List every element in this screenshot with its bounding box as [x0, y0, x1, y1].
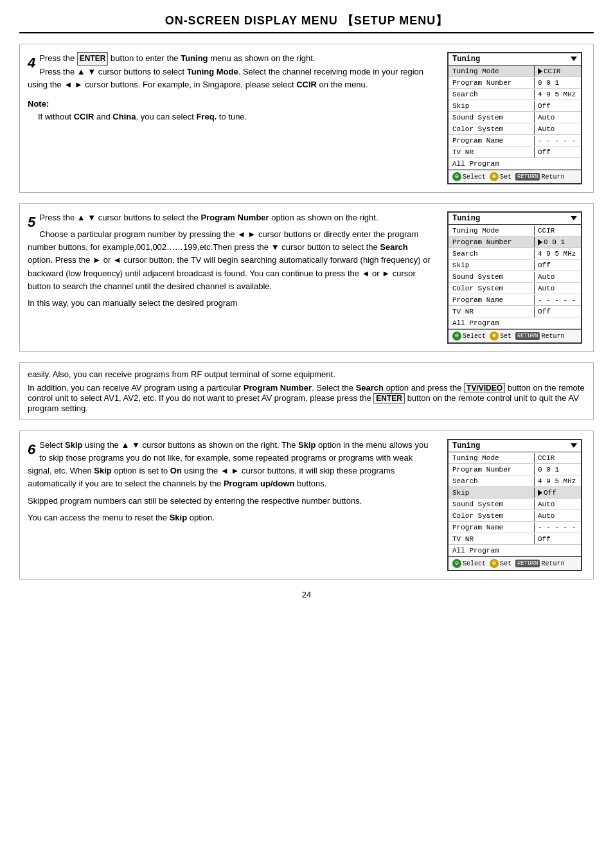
note-block-4: Note: If without CCIR and China, you can… [28, 98, 431, 123]
menu-row-color-2: Color System Auto [449, 283, 581, 294]
section-4-text: 4 Press the ENTER button to enter the Tu… [28, 52, 431, 184]
menu-row-search-3: Search 4 9 5 MHz [449, 475, 581, 487]
menu-row-allprog-1: All Program [449, 158, 581, 170]
section-5-text: 5 Press the ▲ ▼ cursor buttons to select… [28, 211, 431, 344]
menu-row-search-2: Search 4 9 5 MHz [449, 248, 581, 260]
tvvideo-key: TV/VIDEO [464, 383, 505, 393]
page-number: 24 [19, 590, 594, 599]
section-num-4: 4 [28, 52, 35, 74]
menu-row-color-3: Color System Auto [449, 510, 581, 522]
menu-row-sound-3: Sound System Auto [449, 499, 581, 510]
menu-row-tvnr-1: TV NR Off [449, 146, 581, 158]
menu-row-allprog-2: All Program [449, 317, 581, 329]
menu-row-progname-1: Program Name - - - - - [449, 135, 581, 146]
menu-box-3: Tuning Tuning Mode CCIR Program Number 0… [447, 439, 582, 571]
section-6-text: 6 Select Skip using the ▲ ▼ cursor butto… [28, 439, 431, 571]
menu-row-sound-1: Sound System Auto [449, 112, 581, 123]
menu-row-tuning-mode-1: Tuning Mode CCIR [449, 66, 581, 77]
menu-row-program-num-3: Program Number 0 0 1 [449, 464, 581, 475]
section-6-menu: Tuning Tuning Mode CCIR Program Number 0… [444, 439, 585, 571]
enter-key-2: ENTER [373, 393, 405, 403]
menu-title-2: Tuning [449, 213, 581, 225]
menu-row-tuning-mode-3: Tuning Mode CCIR [449, 452, 581, 464]
menu-row-tvnr-3: TV NR Off [449, 533, 581, 545]
section-5: 5 Press the ▲ ▼ cursor buttons to select… [19, 203, 594, 352]
menu-row-tvnr-2: TV NR Off [449, 306, 581, 317]
section-4: 4 Press the ENTER button to enter the Tu… [19, 44, 594, 193]
menu-box-1: Tuning Tuning Mode CCIR Program Number 0… [447, 52, 582, 184]
menu-row-progname-2: Program Name - - - - - [449, 294, 581, 306]
menu-row-allprog-3: All Program [449, 545, 581, 556]
menu-row-skip-3: Skip Off [449, 487, 581, 499]
menu-row-skip-2: Skip Off [449, 260, 581, 271]
menu-row-color-1: Color System Auto [449, 123, 581, 135]
menu-footer-2: ⊖ Select ⊕ Set RETURN Return [449, 329, 581, 342]
page-title: ON-SCREEN DISPLAY MENU 【SETUP MENU】 [19, 13, 594, 33]
section-num-6: 6 [28, 439, 35, 461]
menu-row-sound-2: Sound System Auto [449, 271, 581, 283]
menu-row-search-1: Search 4 9 5 MHz [449, 89, 581, 100]
menu-footer-3: ⊖ Select ⊕ Set RETURN Return [449, 556, 581, 570]
extra-line-2: In addition, you can receive AV program … [28, 383, 585, 413]
section-5-extra: easily. Also, you can receive programs f… [19, 362, 594, 420]
menu-footer-1: ⊖ Select ⊕ Set RETURN Return [449, 170, 581, 183]
menu-row-skip-1: Skip Off [449, 100, 581, 112]
section-5-menu: Tuning Tuning Mode CCIR Program Number 0… [444, 211, 585, 344]
menu-row-program-num-1: Program Number 0 0 1 [449, 77, 581, 89]
extra-line-1: easily. Also, you can receive programs f… [28, 369, 585, 379]
tuning-label-1: Tuning [181, 53, 208, 63]
menu-box-2: Tuning Tuning Mode CCIR Program Number 0… [447, 211, 582, 344]
section-4-menu: Tuning Tuning Mode CCIR Program Number 0… [444, 52, 585, 184]
menu-title-3: Tuning [449, 440, 581, 452]
menu-row-progname-3: Program Name - - - - - [449, 522, 581, 533]
menu-row-tuning-mode-2: Tuning Mode CCIR [449, 225, 581, 236]
section-6: 6 Select Skip using the ▲ ▼ cursor butto… [19, 430, 594, 580]
enter-key-1: ENTER [77, 52, 109, 66]
menu-row-program-num-2: Program Number 0 0 1 [449, 236, 581, 248]
menu-title-1: Tuning [449, 53, 581, 66]
section-num-5: 5 [28, 211, 35, 233]
